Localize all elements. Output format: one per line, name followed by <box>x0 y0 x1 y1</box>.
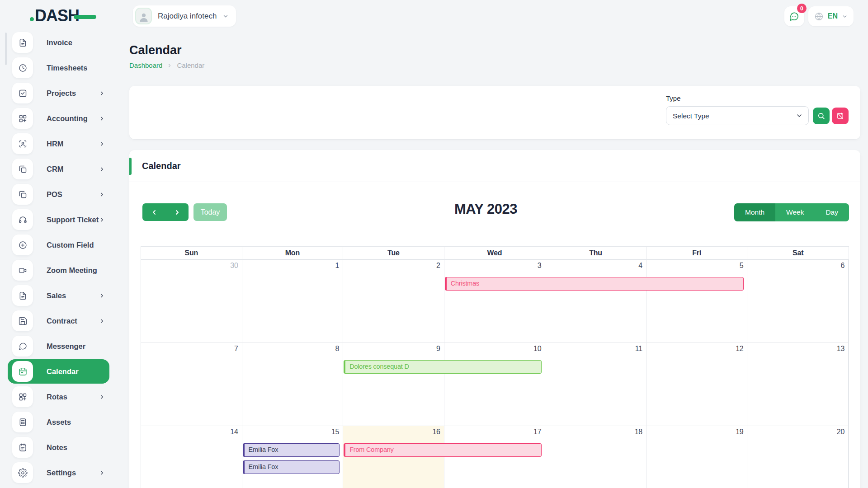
sidebar-item-pos[interactable]: POS <box>0 182 122 207</box>
sidebar-item-settings[interactable]: Settings <box>0 460 122 485</box>
video-icon <box>18 266 28 275</box>
sidebar-icon-box <box>12 209 33 230</box>
sidebar-icon-box <box>12 310 33 331</box>
sidebar-item-hrm[interactable]: HRM <box>0 131 122 156</box>
sidebar-item-projects[interactable]: Projects <box>0 80 122 106</box>
calendar-off-icon <box>836 112 844 120</box>
day-cell-5[interactable]: 5 <box>646 260 748 343</box>
day-number: 5 <box>740 262 744 270</box>
breadcrumb-current: Calendar <box>177 61 204 69</box>
sidebar-item-support-ticket[interactable]: Support Ticket <box>0 207 122 232</box>
sidebar-item-label: Invoice <box>47 38 72 47</box>
logo-dash-icon <box>74 15 96 19</box>
grid-plus-icon <box>18 392 28 402</box>
week-row: 30123456Christmas <box>141 259 849 343</box>
day-cell-2[interactable]: 2 <box>343 260 444 343</box>
language-code: EN <box>828 12 838 20</box>
day-cell-3[interactable]: 3 <box>444 260 546 343</box>
day-header-tue: Tue <box>343 247 444 259</box>
sidebar-item-label: CRM <box>47 165 64 174</box>
calendar-event[interactable]: Emilia Fox <box>243 460 340 474</box>
sidebar-item-invoice[interactable]: Invoice <box>0 30 122 55</box>
chevron-right-icon <box>99 141 105 147</box>
day-cell-19[interactable]: 19 <box>646 426 748 488</box>
sidebar-icon-box <box>12 386 33 407</box>
main-content: Calendar Dashboard Calendar Type Select … <box>129 33 860 488</box>
day-cell-4[interactable]: 4 <box>545 260 646 343</box>
day-cell-20[interactable]: 20 <box>747 426 849 488</box>
day-cell-7[interactable]: 7 <box>141 343 242 426</box>
day-number: 6 <box>840 262 844 270</box>
view-button-day[interactable]: Day <box>815 203 849 221</box>
sidebar-item-calendar[interactable]: Calendar <box>8 359 109 384</box>
messages-button[interactable]: 0 <box>784 6 804 26</box>
calendar-event[interactable]: Christmas <box>445 277 744 291</box>
day-cell-30[interactable]: 30 <box>141 260 242 343</box>
view-button-week[interactable]: Week <box>775 203 815 221</box>
calendar-event[interactable]: From Company <box>344 443 542 457</box>
sidebar-item-label: Rotas <box>47 393 67 401</box>
sidebar-item-label: Notes <box>47 443 67 452</box>
notebook-icon <box>18 443 28 452</box>
sidebar-icon-box <box>12 462 33 483</box>
sidebar-icon-box <box>12 235 33 255</box>
page-title: Calendar <box>129 43 860 57</box>
day-cell-1[interactable]: 1 <box>242 260 344 343</box>
day-cell-12[interactable]: 12 <box>646 343 748 426</box>
calendar-card-header: Calendar <box>129 150 860 182</box>
sidebar-item-custom-field[interactable]: Custom Field <box>0 232 122 258</box>
day-cell-17[interactable]: 17 <box>444 426 546 488</box>
day-cell-14[interactable]: 14 <box>141 426 242 488</box>
sidebar-item-label: Sales <box>47 291 66 300</box>
grid-body: 30123456Christmas78910111213Dolores cons… <box>141 259 849 488</box>
chevron-right-icon <box>99 470 105 476</box>
sidebar-item-rotas[interactable]: Rotas <box>0 384 122 409</box>
view-button-month[interactable]: Month <box>734 203 775 221</box>
sidebar-item-accounting[interactable]: Accounting <box>0 106 122 131</box>
day-cell-18[interactable]: 18 <box>545 426 646 488</box>
sidebar-item-contract[interactable]: Contract <box>0 308 122 333</box>
sidebar-item-timesheets[interactable]: Timesheets <box>0 55 122 80</box>
calendar-event[interactable]: Dolores consequat D <box>344 360 542 374</box>
file-icon <box>18 38 28 47</box>
sidebar-icon-box <box>12 361 33 382</box>
day-cell-6[interactable]: 6 <box>747 260 849 343</box>
sidebar-item-label: Timesheets <box>47 64 88 72</box>
day-number: 17 <box>533 428 541 436</box>
day-number: 14 <box>230 428 238 436</box>
language-selector[interactable]: EN <box>808 6 854 26</box>
company-selector[interactable]: Rajodiya infotech <box>133 5 236 27</box>
day-cell-9[interactable]: 9 <box>343 343 444 426</box>
breadcrumb-home-link[interactable]: Dashboard <box>129 61 162 69</box>
message-icon <box>18 342 28 351</box>
chevron-right-icon <box>99 166 105 172</box>
day-cell-13[interactable]: 13 <box>747 343 849 426</box>
day-number: 11 <box>635 345 642 353</box>
day-header-sun: Sun <box>141 247 242 259</box>
day-cell-8[interactable]: 8 <box>242 343 344 426</box>
sidebar-item-zoom-meeting[interactable]: Zoom Meeting <box>0 258 122 283</box>
sidebar-item-label: Settings <box>47 469 76 477</box>
chevron-right-icon <box>99 90 105 96</box>
day-cell-10[interactable]: 10 <box>444 343 546 426</box>
day-cell-15[interactable]: 15 <box>242 426 344 488</box>
type-select[interactable]: Select Type <box>666 106 809 125</box>
calendar-event[interactable]: Emilia Fox <box>243 443 340 457</box>
sidebar-icon-box <box>12 285 33 306</box>
view-switcher: MonthWeekDay <box>734 203 849 221</box>
sidebar-item-notes[interactable]: Notes <box>0 435 122 460</box>
day-number: 8 <box>335 345 340 353</box>
sidebar-icon-box <box>12 184 33 205</box>
sidebar-item-messenger[interactable]: Messenger <box>0 333 122 359</box>
chevron-right-icon <box>99 293 105 299</box>
sidebar-item-sales[interactable]: Sales <box>0 283 122 308</box>
reset-filter-button[interactable] <box>832 108 849 124</box>
day-cell-11[interactable]: 11 <box>545 343 646 426</box>
search-button[interactable] <box>813 108 830 124</box>
day-cell-16[interactable]: 16 <box>343 426 444 488</box>
sidebar-item-crm[interactable]: CRM <box>0 156 122 182</box>
day-number: 9 <box>436 345 440 353</box>
company-name: Rajodiya infotech <box>158 12 217 21</box>
sidebar-item-assets[interactable]: Assets <box>0 409 122 435</box>
chevron-right-icon <box>99 217 105 223</box>
